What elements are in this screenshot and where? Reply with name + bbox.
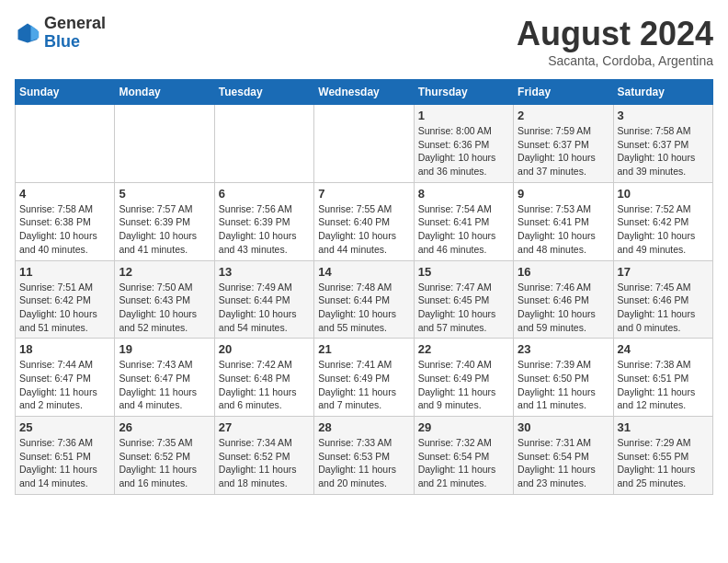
day-info: Sunrise: 7:53 AMSunset: 6:41 PMDaylight:… <box>518 202 609 257</box>
calendar-body: 1Sunrise: 8:00 AMSunset: 6:36 PMDaylight… <box>16 105 713 495</box>
day-info: Sunrise: 7:47 AMSunset: 6:45 PMDaylight:… <box>418 281 509 335</box>
calendar-cell: 1Sunrise: 8:00 AMSunset: 6:36 PMDaylight… <box>414 105 513 183</box>
day-info: Sunrise: 7:45 AMSunset: 6:46 PMDaylight:… <box>618 281 709 335</box>
calendar-cell: 8Sunrise: 7:54 AMSunset: 6:41 PMDaylight… <box>414 182 513 260</box>
page-header: General Blue August 2024 Sacanta, Cordob… <box>15 15 713 68</box>
calendar-week-row: 18Sunrise: 7:44 AMSunset: 6:47 PMDayligh… <box>16 339 713 417</box>
day-number: 5 <box>119 187 210 201</box>
calendar-cell: 16Sunrise: 7:46 AMSunset: 6:46 PMDayligh… <box>514 260 613 339</box>
day-number: 10 <box>618 187 709 201</box>
day-number: 8 <box>418 187 509 201</box>
day-number: 4 <box>19 187 110 201</box>
day-info: Sunrise: 7:40 AMSunset: 6:49 PMDaylight:… <box>418 358 509 412</box>
calendar-cell: 24Sunrise: 7:38 AMSunset: 6:51 PMDayligh… <box>613 339 712 417</box>
day-info: Sunrise: 7:33 AMSunset: 6:53 PMDaylight:… <box>318 436 409 490</box>
calendar-cell <box>314 105 414 183</box>
day-info: Sunrise: 7:52 AMSunset: 6:42 PMDaylight:… <box>618 202 709 257</box>
day-info: Sunrise: 7:51 AMSunset: 6:42 PMDaylight:… <box>19 281 110 335</box>
calendar-cell: 15Sunrise: 7:47 AMSunset: 6:45 PMDayligh… <box>414 260 513 339</box>
calendar-cell: 4Sunrise: 7:58 AMSunset: 6:38 PMDaylight… <box>16 182 115 260</box>
day-info: Sunrise: 7:42 AMSunset: 6:48 PMDaylight:… <box>219 358 310 412</box>
svg-marker-1 <box>31 25 40 41</box>
day-info: Sunrise: 7:59 AMSunset: 6:37 PMDaylight:… <box>518 124 609 178</box>
day-info: Sunrise: 7:58 AMSunset: 6:37 PMDaylight:… <box>618 124 709 178</box>
day-info: Sunrise: 7:36 AMSunset: 6:51 PMDaylight:… <box>19 436 110 490</box>
calendar-cell: 20Sunrise: 7:42 AMSunset: 6:48 PMDayligh… <box>214 339 313 417</box>
day-info: Sunrise: 7:49 AMSunset: 6:44 PMDaylight:… <box>219 281 310 335</box>
day-of-week-header: Monday <box>115 80 214 105</box>
day-info: Sunrise: 7:48 AMSunset: 6:44 PMDaylight:… <box>318 281 409 335</box>
day-of-week-header: Saturday <box>613 80 712 105</box>
calendar-cell: 10Sunrise: 7:52 AMSunset: 6:42 PMDayligh… <box>613 182 712 260</box>
calendar-cell: 30Sunrise: 7:31 AMSunset: 6:54 PMDayligh… <box>514 417 613 495</box>
day-number: 24 <box>618 342 709 356</box>
calendar-cell: 5Sunrise: 7:57 AMSunset: 6:39 PMDaylight… <box>115 182 214 260</box>
day-number: 26 <box>119 420 210 434</box>
day-info: Sunrise: 7:46 AMSunset: 6:46 PMDaylight:… <box>518 281 609 335</box>
day-number: 19 <box>119 342 210 356</box>
day-info: Sunrise: 7:56 AMSunset: 6:39 PMDaylight:… <box>219 202 310 257</box>
day-number: 21 <box>318 342 409 356</box>
day-number: 13 <box>219 265 310 279</box>
day-number: 14 <box>318 265 409 279</box>
calendar-cell: 6Sunrise: 7:56 AMSunset: 6:39 PMDaylight… <box>214 182 313 260</box>
logo-blue: Blue <box>44 32 80 51</box>
calendar-cell: 9Sunrise: 7:53 AMSunset: 6:41 PMDaylight… <box>514 182 613 260</box>
day-info: Sunrise: 7:50 AMSunset: 6:43 PMDaylight:… <box>119 281 210 335</box>
calendar-cell <box>16 105 115 183</box>
day-info: Sunrise: 8:00 AMSunset: 6:36 PMDaylight:… <box>418 124 509 178</box>
day-info: Sunrise: 7:29 AMSunset: 6:55 PMDaylight:… <box>618 436 709 490</box>
day-number: 16 <box>518 265 609 279</box>
day-info: Sunrise: 7:35 AMSunset: 6:52 PMDaylight:… <box>119 436 210 490</box>
day-number: 31 <box>618 420 709 434</box>
day-of-week-header: Wednesday <box>314 80 414 105</box>
day-info: Sunrise: 7:55 AMSunset: 6:40 PMDaylight:… <box>318 202 409 257</box>
day-number: 20 <box>219 342 310 356</box>
calendar-cell: 17Sunrise: 7:45 AMSunset: 6:46 PMDayligh… <box>613 260 712 339</box>
day-info: Sunrise: 7:31 AMSunset: 6:54 PMDaylight:… <box>518 436 609 490</box>
calendar-cell: 26Sunrise: 7:35 AMSunset: 6:52 PMDayligh… <box>115 417 214 495</box>
calendar-cell: 27Sunrise: 7:34 AMSunset: 6:52 PMDayligh… <box>214 417 313 495</box>
calendar-cell: 2Sunrise: 7:59 AMSunset: 6:37 PMDaylight… <box>514 105 613 183</box>
calendar-cell: 7Sunrise: 7:55 AMSunset: 6:40 PMDaylight… <box>314 182 414 260</box>
day-number: 17 <box>618 265 709 279</box>
calendar-cell: 25Sunrise: 7:36 AMSunset: 6:51 PMDayligh… <box>16 417 115 495</box>
day-number: 29 <box>418 420 509 434</box>
day-number: 28 <box>318 420 409 434</box>
day-number: 15 <box>418 265 509 279</box>
calendar-week-row: 25Sunrise: 7:36 AMSunset: 6:51 PMDayligh… <box>16 417 713 495</box>
day-number: 23 <box>518 342 609 356</box>
day-number: 27 <box>219 420 310 434</box>
calendar-week-row: 1Sunrise: 8:00 AMSunset: 6:36 PMDaylight… <box>16 105 713 183</box>
calendar-cell: 21Sunrise: 7:41 AMSunset: 6:49 PMDayligh… <box>314 339 414 417</box>
day-of-week-header: Friday <box>514 80 613 105</box>
day-number: 2 <box>518 109 609 122</box>
calendar-week-row: 11Sunrise: 7:51 AMSunset: 6:42 PMDayligh… <box>16 260 713 339</box>
calendar-header: SundayMondayTuesdayWednesdayThursdayFrid… <box>16 80 713 105</box>
calendar-cell: 18Sunrise: 7:44 AMSunset: 6:47 PMDayligh… <box>16 339 115 417</box>
calendar-cell <box>115 105 214 183</box>
calendar-cell: 19Sunrise: 7:43 AMSunset: 6:47 PMDayligh… <box>115 339 214 417</box>
logo: General Blue <box>15 15 106 52</box>
day-number: 12 <box>119 265 210 279</box>
calendar-cell: 11Sunrise: 7:51 AMSunset: 6:42 PMDayligh… <box>16 260 115 339</box>
day-of-week-header: Thursday <box>414 80 513 105</box>
calendar-cell: 28Sunrise: 7:33 AMSunset: 6:53 PMDayligh… <box>314 417 414 495</box>
day-info: Sunrise: 7:32 AMSunset: 6:54 PMDaylight:… <box>418 436 509 490</box>
day-number: 18 <box>19 342 110 356</box>
calendar-cell <box>214 105 313 183</box>
calendar-cell: 31Sunrise: 7:29 AMSunset: 6:55 PMDayligh… <box>613 417 712 495</box>
calendar-cell: 22Sunrise: 7:40 AMSunset: 6:49 PMDayligh… <box>414 339 513 417</box>
calendar-week-row: 4Sunrise: 7:58 AMSunset: 6:38 PMDaylight… <box>16 182 713 260</box>
calendar-cell: 12Sunrise: 7:50 AMSunset: 6:43 PMDayligh… <box>115 260 214 339</box>
title-section: August 2024 Sacanta, Cordoba, Argentina <box>517 15 713 68</box>
day-info: Sunrise: 7:34 AMSunset: 6:52 PMDaylight:… <box>219 436 310 490</box>
day-number: 3 <box>618 109 709 122</box>
day-of-week-header: Tuesday <box>214 80 313 105</box>
calendar-cell: 3Sunrise: 7:58 AMSunset: 6:37 PMDaylight… <box>613 105 712 183</box>
day-info: Sunrise: 7:41 AMSunset: 6:49 PMDaylight:… <box>318 358 409 412</box>
day-number: 22 <box>418 342 509 356</box>
day-info: Sunrise: 7:54 AMSunset: 6:41 PMDaylight:… <box>418 202 509 257</box>
calendar-table: SundayMondayTuesdayWednesdayThursdayFrid… <box>15 79 713 495</box>
day-info: Sunrise: 7:43 AMSunset: 6:47 PMDaylight:… <box>119 358 210 412</box>
